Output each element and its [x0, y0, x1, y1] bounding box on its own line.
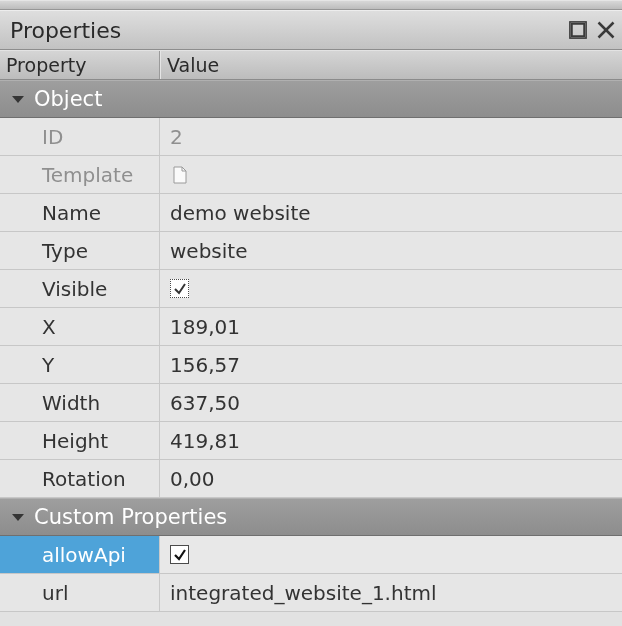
- row-rotation: Rotation: [0, 460, 622, 498]
- rotation-field[interactable]: [170, 460, 622, 497]
- prop-label-x: X: [0, 308, 160, 345]
- id-field: [170, 118, 622, 155]
- height-field[interactable]: [170, 422, 622, 459]
- row-visible: Visible: [0, 270, 622, 308]
- group-header-object[interactable]: Object: [0, 80, 622, 118]
- panel-titlebar: Properties: [0, 10, 622, 50]
- window-top-strip: [0, 0, 622, 10]
- column-headers: Property Value: [0, 50, 622, 80]
- prop-label-visible: Visible: [0, 270, 160, 307]
- template-page-icon[interactable]: [170, 165, 190, 185]
- type-field[interactable]: [170, 232, 622, 269]
- group-label: Object: [34, 87, 102, 111]
- group-label: Custom Properties: [34, 505, 227, 529]
- prop-label-allowapi: allowApi: [0, 536, 160, 573]
- prop-label-id: ID: [0, 118, 160, 155]
- allowapi-checkbox[interactable]: [170, 545, 189, 564]
- prop-label-height: Height: [0, 422, 160, 459]
- width-field[interactable]: [170, 384, 622, 421]
- visible-checkbox[interactable]: [170, 279, 189, 298]
- row-width: Width: [0, 384, 622, 422]
- row-type: Type: [0, 232, 622, 270]
- titlebar-buttons: [568, 20, 616, 40]
- row-template: Template: [0, 156, 622, 194]
- properties-panel: Properties Property Value Object ID Temp…: [0, 0, 622, 626]
- row-id: ID: [0, 118, 622, 156]
- prop-label-name: Name: [0, 194, 160, 231]
- row-name: Name: [0, 194, 622, 232]
- prop-label-url: url: [0, 574, 160, 611]
- chevron-down-icon: [12, 96, 24, 103]
- column-header-value[interactable]: Value: [160, 51, 622, 79]
- prop-label-template: Template: [0, 156, 160, 193]
- row-x: X: [0, 308, 622, 346]
- row-url: url: [0, 574, 622, 612]
- svg-rect-0: [572, 24, 585, 37]
- panel-title: Properties: [10, 18, 568, 43]
- close-icon[interactable]: [596, 20, 616, 40]
- prop-label-width: Width: [0, 384, 160, 421]
- name-field[interactable]: [170, 194, 622, 231]
- column-header-property[interactable]: Property: [0, 51, 160, 79]
- y-field[interactable]: [170, 346, 622, 383]
- x-field[interactable]: [170, 308, 622, 345]
- row-allowapi[interactable]: allowApi: [0, 536, 622, 574]
- row-y: Y: [0, 346, 622, 384]
- prop-label-type: Type: [0, 232, 160, 269]
- chevron-down-icon: [12, 514, 24, 521]
- group-header-custom[interactable]: Custom Properties: [0, 498, 622, 536]
- prop-label-rotation: Rotation: [0, 460, 160, 497]
- row-height: Height: [0, 422, 622, 460]
- url-field[interactable]: [170, 574, 622, 611]
- restore-icon[interactable]: [568, 20, 588, 40]
- empty-area: [0, 612, 622, 626]
- prop-label-y: Y: [0, 346, 160, 383]
